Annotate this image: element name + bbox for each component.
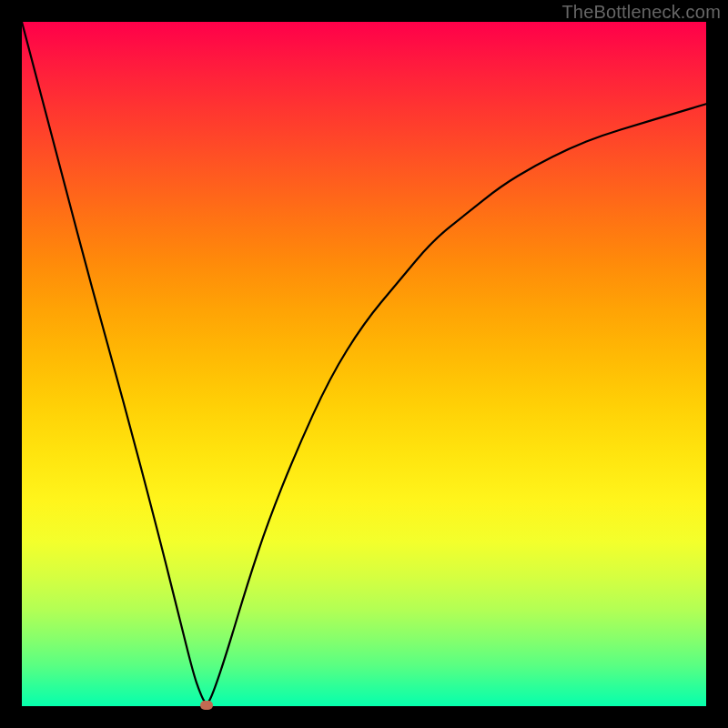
minimum-marker: [200, 701, 213, 710]
chart-frame: TheBottleneck.com: [0, 0, 728, 728]
watermark-text: TheBottleneck.com: [561, 2, 721, 23]
bottleneck-curve: [22, 22, 706, 706]
plot-area: [22, 22, 706, 706]
